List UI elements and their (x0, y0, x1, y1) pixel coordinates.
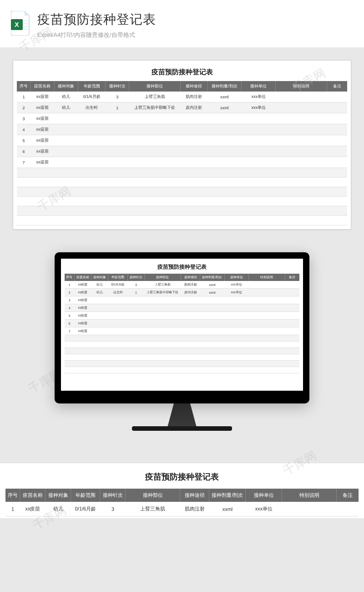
column-header: 年龄范围 (71, 489, 100, 502)
table-cell (127, 342, 144, 348)
column-header: 序号 (17, 81, 30, 92)
table-cell (127, 327, 144, 335)
table-cell (78, 206, 106, 216)
table-cell (327, 102, 347, 113)
table-cell (200, 354, 224, 361)
table-cell (78, 197, 106, 206)
table-cell (327, 157, 347, 168)
table-cell: xx疫苗 (30, 124, 54, 135)
table-cell (106, 168, 129, 178)
table-cell (106, 178, 129, 187)
table-cell: xxml (207, 102, 242, 113)
table-cell: 4 (65, 304, 74, 312)
table-cell (242, 206, 276, 216)
table-cell (145, 304, 181, 312)
table-cell (145, 367, 181, 373)
table-cell (181, 348, 200, 354)
table-row (65, 361, 299, 367)
table-cell (224, 342, 248, 348)
table-cell: xxx单位 (242, 92, 276, 102)
table-cell (276, 216, 327, 225)
table-cell (74, 367, 91, 373)
table-cell (30, 187, 54, 197)
table-cell (248, 304, 285, 312)
table-cell (242, 124, 276, 135)
table-cell (327, 146, 347, 157)
table-cell: xxx单位 (246, 502, 282, 516)
table-cell (129, 206, 180, 216)
table-cell (248, 327, 285, 335)
table-cell: xx疫苗 (74, 304, 91, 312)
table-cell (242, 216, 276, 225)
table-cell: 上臂三角肌 (145, 281, 181, 289)
table-cell (276, 157, 327, 168)
table-row: 7xx疫苗 (17, 157, 347, 168)
table-cell (181, 354, 200, 361)
table-cell (54, 124, 78, 135)
table-cell (129, 146, 180, 157)
table-cell (248, 312, 285, 320)
table-row (65, 348, 299, 354)
table-cell (127, 304, 144, 312)
table-cell: 皮内注射 (180, 102, 207, 113)
table-cell: 0/1/6月龄 (108, 281, 128, 289)
table-cell (129, 135, 180, 146)
table-row: 1xx疫苗幼儿0/1/6月龄3上臂三角肌肌肉注射xxmlxxx单位 (17, 92, 347, 102)
table-cell (129, 113, 180, 124)
table-cell (145, 320, 181, 327)
table-cell (242, 178, 276, 187)
table-cell (65, 361, 74, 367)
table-cell (78, 113, 106, 124)
table-cell (91, 354, 108, 361)
column-header: 接种途径 (180, 81, 207, 92)
column-header: 备注 (327, 81, 347, 92)
table-cell (200, 367, 224, 373)
table-row (17, 206, 347, 216)
table-cell: 幼儿 (46, 502, 71, 516)
column-header: 特别说明 (282, 489, 337, 502)
column-header: 接种单位 (242, 81, 276, 92)
column-header: 接种针次 (100, 489, 126, 502)
table-cell (276, 178, 327, 187)
table-cell: xx疫苗 (74, 289, 91, 296)
table-cell: 幼儿 (91, 281, 108, 289)
table-cell (207, 216, 242, 225)
table-cell (180, 216, 207, 225)
table-cell (91, 335, 108, 342)
table-cell (30, 178, 54, 187)
table-cell (108, 327, 128, 335)
table-cell (91, 296, 108, 304)
table-cell (108, 335, 128, 342)
table-cell (17, 197, 30, 206)
table-cell: xxx单位 (242, 102, 276, 113)
table-cell (106, 187, 129, 197)
table-cell (285, 327, 299, 335)
sheet-title: 疫苗预防接种登记表 (65, 262, 299, 274)
table-cell (200, 312, 224, 320)
table-cell: xx疫苗 (30, 102, 54, 113)
table-cell (224, 354, 248, 361)
table-cell: xxml (200, 289, 224, 296)
table-cell: xx疫苗 (74, 281, 91, 289)
table-cell (17, 216, 30, 225)
table-cell (242, 135, 276, 146)
page-header: X 疫苗预防接种登记表 Excel/A4打印/内容随意修改/自带格式 (0, 0, 364, 47)
table-cell (127, 320, 144, 327)
table-cell: 上臂三角肌 (126, 502, 180, 516)
column-header: 接种对象 (54, 81, 78, 92)
sheet-preview-bottom: 疫苗预防接种登记表 序号疫苗名称接种对象年龄范围接种针次接种部位接种途径接种剂量… (0, 463, 364, 518)
table-cell (276, 92, 327, 102)
table-cell (242, 197, 276, 206)
table-cell: 皮内注射 (181, 289, 200, 296)
table-cell (108, 367, 128, 373)
table-cell (337, 502, 359, 516)
table-cell: xx疫苗 (74, 296, 91, 304)
table-cell: 肌肉注射 (180, 502, 209, 516)
table-cell (224, 367, 248, 373)
table-cell (224, 296, 248, 304)
table-cell (327, 113, 347, 124)
table-cell (327, 197, 347, 206)
table-cell (129, 178, 180, 187)
table-cell (108, 320, 128, 327)
table-row: 2xx疫苗幼儿出生时1上臂三角肌中部略下处皮内注射xxmlxxx单位 (17, 102, 347, 113)
